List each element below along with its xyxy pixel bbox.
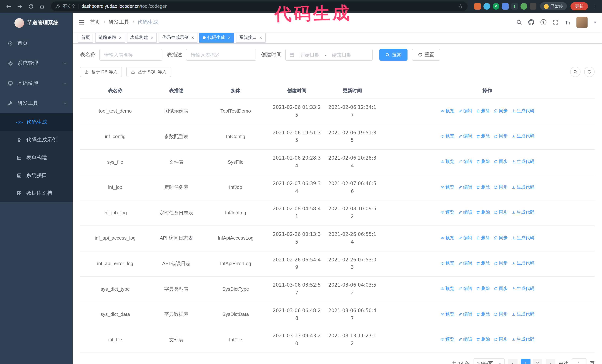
action-generate[interactable]: 生成代码	[511, 260, 534, 267]
action-delete[interactable]: 删除	[476, 260, 490, 267]
action-sync[interactable]: 同步	[494, 209, 508, 216]
menu-fold-icon[interactable]	[78, 19, 85, 25]
action-edit[interactable]: 编辑	[458, 133, 472, 140]
close-icon[interactable]: ×	[150, 35, 153, 40]
page-button-2[interactable]: 2	[533, 359, 542, 364]
action-delete[interactable]: 删除	[476, 311, 490, 318]
action-edit[interactable]: 编辑	[458, 158, 472, 165]
action-sync[interactable]: 同步	[494, 336, 508, 343]
action-preview[interactable]: 预览	[440, 285, 454, 292]
paused-badge[interactable]: 已暂停	[540, 2, 567, 10]
action-delete[interactable]: 删除	[476, 336, 490, 343]
fullscreen-icon[interactable]	[553, 19, 559, 25]
security-label[interactable]: 不安全	[63, 3, 76, 10]
table-desc-input[interactable]	[186, 49, 256, 61]
action-edit[interactable]: 编辑	[458, 107, 472, 114]
action-preview[interactable]: 预览	[440, 234, 454, 241]
home-icon[interactable]	[37, 1, 47, 11]
extension-icon-1[interactable]	[474, 3, 481, 10]
sidebar-item-form-builder[interactable]: 表单构建	[0, 149, 73, 167]
close-icon[interactable]: ×	[119, 35, 122, 40]
breadcrumb-item[interactable]: 首页	[90, 19, 100, 26]
action-generate[interactable]: 生成代码	[511, 234, 534, 241]
action-sync[interactable]: 同步	[494, 184, 508, 190]
sidebar-item-system-api[interactable]: 系统接口	[0, 167, 73, 184]
sidebar-item-codegen[interactable]: </>代码生成	[0, 113, 73, 131]
sidebar-item-codegen-example[interactable]: 代码生成示例	[0, 131, 73, 149]
action-preview[interactable]: 预览	[440, 260, 454, 267]
update-button[interactable]: 更新	[570, 2, 588, 10]
import-sql-button[interactable]: 基于 SQL 导入	[127, 67, 171, 77]
action-delete[interactable]: 删除	[476, 285, 490, 292]
kebab-menu-icon[interactable]: ⋮	[592, 3, 598, 9]
url-text[interactable]: dashboard.yudao.iocoder.cn/tool/codegen	[82, 4, 456, 9]
action-generate[interactable]: 生成代码	[511, 107, 534, 114]
table-name-input[interactable]	[99, 49, 162, 61]
bookmark-star-icon[interactable]: ☆	[458, 3, 463, 9]
action-sync[interactable]: 同步	[494, 234, 508, 241]
extension-icon-4[interactable]	[502, 3, 508, 10]
address-bar[interactable]: 不安全 dashboard.yudao.iocoder.cn/tool/code…	[51, 1, 467, 11]
back-icon[interactable]	[4, 1, 13, 11]
tab-home[interactable]: 首页	[78, 33, 93, 42]
action-preview[interactable]: 预览	[440, 311, 454, 318]
breadcrumb-item[interactable]: 代码生成	[138, 19, 158, 26]
extension-icon-2[interactable]	[483, 3, 490, 10]
tab-tracer[interactable]: 链路追踪×	[95, 33, 125, 42]
date-end-input[interactable]	[328, 52, 355, 58]
logo[interactable]: 芋道管理系统	[0, 13, 73, 33]
action-delete[interactable]: 删除	[476, 133, 490, 140]
fontsize-icon[interactable]: TT	[565, 20, 570, 25]
action-preview[interactable]: 预览	[440, 184, 454, 190]
action-edit[interactable]: 编辑	[458, 260, 472, 267]
search-icon[interactable]	[516, 19, 522, 25]
sidebar-item-home[interactable]: 首页	[0, 33, 73, 53]
next-page-button[interactable]: ›	[546, 359, 555, 364]
sidebar-item-db-doc[interactable]: 数据库文档	[0, 184, 73, 202]
tab-system-api[interactable]: 系统接口×	[236, 33, 266, 42]
action-generate[interactable]: 生成代码	[511, 209, 534, 216]
sidebar-item-system[interactable]: 系统管理	[0, 53, 73, 73]
forward-icon[interactable]	[15, 1, 24, 11]
sidebar-item-devtools[interactable]: 研发工具	[0, 93, 73, 113]
action-preview[interactable]: 预览	[440, 107, 454, 114]
action-delete[interactable]: 删除	[476, 158, 490, 165]
action-edit[interactable]: 编辑	[458, 285, 472, 292]
action-generate[interactable]: 生成代码	[511, 133, 534, 140]
extension-icon-5[interactable]: ▮	[511, 3, 518, 10]
prev-page-button[interactable]: ‹	[508, 359, 517, 364]
breadcrumb-item[interactable]: 研发工具	[108, 19, 129, 26]
action-preview[interactable]: 预览	[440, 336, 454, 343]
action-edit[interactable]: 编辑	[458, 184, 472, 190]
search-button[interactable]: 搜索	[379, 49, 408, 61]
close-icon[interactable]: ×	[191, 35, 194, 40]
close-icon[interactable]: ×	[228, 35, 231, 40]
action-generate[interactable]: 生成代码	[511, 336, 534, 343]
action-preview[interactable]: 预览	[440, 209, 454, 216]
action-edit[interactable]: 编辑	[458, 336, 472, 343]
caret-down-icon[interactable]: ▾	[594, 20, 596, 25]
goto-page-input[interactable]	[572, 358, 586, 364]
help-icon[interactable]: ?	[540, 19, 547, 25]
action-preview[interactable]: 预览	[440, 133, 454, 140]
sidebar-item-infra[interactable]: 基础设施	[0, 73, 73, 93]
tab-codegen-example[interactable]: 代码生成示例×	[159, 33, 197, 42]
extension-icon-3[interactable]: V	[493, 3, 499, 10]
page-size-select[interactable]: 10条/页 ▾	[473, 358, 505, 364]
tab-codegen[interactable]: 代码生成×	[199, 33, 234, 42]
toggle-search-button[interactable]	[570, 67, 580, 77]
tab-form-builder[interactable]: 表单构建×	[127, 33, 157, 42]
action-delete[interactable]: 删除	[476, 209, 490, 216]
close-icon[interactable]: ×	[259, 35, 262, 40]
action-generate[interactable]: 生成代码	[511, 285, 534, 292]
github-icon[interactable]	[528, 19, 534, 25]
action-sync[interactable]: 同步	[494, 260, 508, 267]
action-sync[interactable]: 同步	[494, 311, 508, 318]
action-sync[interactable]: 同步	[494, 158, 508, 165]
action-sync[interactable]: 同步	[494, 133, 508, 140]
date-range-picker[interactable]: -	[285, 49, 373, 61]
avatar[interactable]	[577, 17, 588, 28]
action-delete[interactable]: 删除	[476, 184, 490, 190]
action-sync[interactable]: 同步	[494, 285, 508, 292]
action-generate[interactable]: 生成代码	[511, 158, 534, 165]
